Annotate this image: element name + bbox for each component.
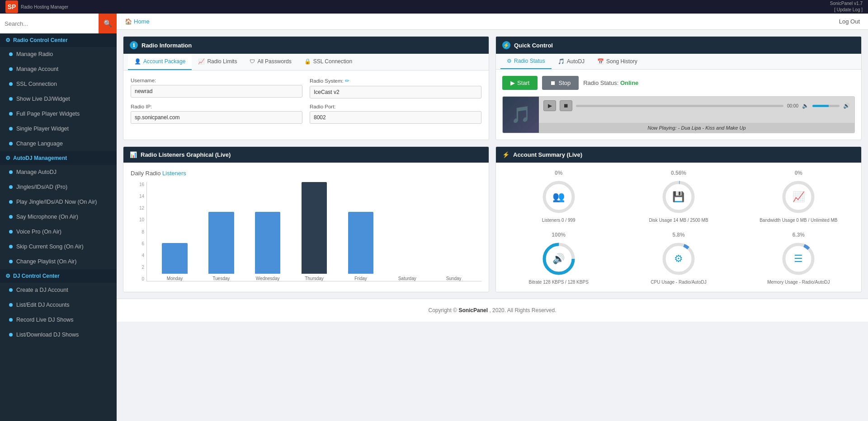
edit-radio-system-icon[interactable]: ✏: [345, 78, 349, 84]
donut-icon: 📈: [793, 191, 805, 203]
radio-limits-icon: 📈: [198, 58, 205, 65]
bar-group: Saturday: [384, 182, 430, 281]
now-playing: Now Playing: - Dua Lipa - Kiss and Make …: [539, 123, 854, 133]
radio-port-input[interactable]: [310, 111, 481, 124]
all-passwords-icon: 🛡: [250, 58, 255, 65]
dot-icon: [9, 127, 13, 131]
sidebar: 🔍 ⚙ Radio Control Center Manage Radio Ma…: [0, 14, 117, 421]
sidebar-item-jingles[interactable]: Jingles/IDs/AD (Pro): [0, 180, 117, 195]
tab-song-history[interactable]: 📅 Song History: [591, 54, 644, 69]
chart-bar: [255, 212, 281, 274]
start-button[interactable]: ▶ Start: [502, 76, 538, 90]
donut-wrap: 👥: [541, 179, 577, 215]
dot-icon: [9, 200, 13, 204]
radio-port-label: Radio Port:: [310, 104, 481, 109]
main-layout: 🔍 ⚙ Radio Control Center Manage Radio Ma…: [0, 14, 868, 421]
progress-bar[interactable]: [576, 105, 783, 107]
bar-label: Sunday: [446, 276, 462, 281]
radio-info-panel: ℹ Radio Information 👤 Account Package 📈 …: [123, 36, 489, 140]
sidebar-item-change-language[interactable]: Change Language: [0, 136, 117, 151]
bar-label: Monday: [167, 276, 183, 281]
summary-item: 6.3%☰Memory Usage - Radio/AutoDJ: [743, 232, 854, 285]
stop-button[interactable]: ⏹ Stop: [542, 76, 579, 90]
sidebar-item-manage-account[interactable]: Manage Account: [0, 62, 117, 77]
footer: Copyright © SonicPanel , 2020. All Right…: [117, 299, 868, 322]
radio-system-input[interactable]: [310, 86, 481, 98]
donut-icon: ⚙: [674, 253, 683, 265]
dot-icon: [9, 170, 13, 174]
bar-label: Thursday: [305, 276, 324, 281]
dot-icon: [9, 82, 13, 86]
summary-body: 0%👥Listeners 0 / 9990.56%💾Disk Usage 14 …: [496, 163, 861, 292]
top-bar: SP Radio Hosting Manager SonicPanel v1.7…: [0, 0, 868, 14]
bar-group: Tuesday: [198, 182, 245, 281]
sidebar-item-create-dj[interactable]: Create a DJ Account: [0, 283, 117, 298]
tab-radio-status[interactable]: ⚙ Radio Status: [500, 54, 552, 69]
search-input[interactable]: [0, 14, 99, 33]
dot-icon: [9, 185, 13, 189]
bar-group: Thursday: [291, 182, 338, 281]
sidebar-section-autodj: ⚙ AutoDJ Management: [0, 151, 117, 165]
player-buttons: ▶ ⏹: [543, 100, 572, 111]
sidebar-item-play-jingle[interactable]: Play Jingle/IDs/AD Now (On Air): [0, 195, 117, 210]
ctrl-buttons: ▶ Start ⏹ Stop Radio Status: Online: [502, 76, 855, 90]
summary-item: 0.56%💾Disk Usage 14 MB / 2500 MB: [623, 170, 734, 223]
sidebar-item-manage-autodj[interactable]: Manage AutoDJ: [0, 165, 117, 180]
tab-account-package[interactable]: 👤 Account Package: [128, 54, 192, 70]
username-input[interactable]: [131, 85, 302, 98]
main-content: 🏠 Home Log Out ℹ Radio Information 👤 Acc…: [117, 14, 868, 421]
sidebar-item-voice-pro[interactable]: Voice Pro (On Air): [0, 225, 117, 239]
summary-pct: 100%: [552, 232, 566, 238]
sidebar-item-ssl-connection[interactable]: SSL Connection: [0, 77, 117, 92]
stop-player-button[interactable]: ⏹: [560, 100, 572, 111]
play-button[interactable]: ▶: [543, 100, 556, 111]
app-subtitle: Radio Hosting Manager: [21, 5, 68, 9]
chart-bar: [162, 243, 188, 274]
dot-icon: [9, 112, 13, 116]
bar-group: Sunday: [430, 182, 477, 281]
sidebar-item-list-edit-dj[interactable]: List/Edit DJ Accounts: [0, 298, 117, 313]
player-area: 🎵 ▶ ⏹ 00:00: [502, 96, 855, 133]
logout-button[interactable]: Log Out: [839, 18, 860, 25]
donut-icon: ☰: [794, 253, 803, 265]
search-button[interactable]: 🔍: [99, 14, 117, 33]
summary-item: 0%📈Bandwidth Usage 0 MB / Unlimited MB: [743, 170, 854, 223]
summary-item: 100%🔊Bitrate 128 KBPS / 128 KBPS: [503, 232, 614, 285]
home-label: Home: [134, 18, 150, 25]
sidebar-section-radio-control: ⚙ Radio Control Center: [0, 33, 117, 47]
sidebar-item-record-dj[interactable]: Record Live DJ Shows: [0, 313, 117, 327]
tab-all-passwords[interactable]: 🛡 All Passwords: [243, 54, 297, 70]
sidebar-item-change-playlist[interactable]: Change Playlist (On Air): [0, 254, 117, 269]
chart-bar: [302, 182, 327, 274]
radio-info-tabs: 👤 Account Package 📈 Radio Limits 🛡 All P…: [123, 54, 489, 70]
quick-ctrl-body: ▶ Start ⏹ Stop Radio Status: Online: [496, 70, 861, 140]
radio-ip-label: Radio IP:: [131, 104, 302, 109]
summary-pct: 5.8%: [672, 232, 684, 238]
radio-info-header: ℹ Radio Information: [123, 37, 489, 54]
autodj-tab-icon: 🎵: [558, 58, 565, 65]
sidebar-item-say-microphone[interactable]: Say Microphone (On Air): [0, 210, 117, 225]
autodj-icon: ⚙: [5, 155, 10, 161]
dot-icon: [9, 333, 13, 337]
tab-ssl-connection[interactable]: 🔒 SSL Connection: [298, 54, 359, 70]
sidebar-item-manage-radio[interactable]: Manage Radio: [0, 47, 117, 62]
volume-bar[interactable]: [812, 105, 840, 107]
sidebar-item-list-download-dj[interactable]: List/Download DJ Shows: [0, 327, 117, 342]
sidebar-item-single-player[interactable]: Single Player Widget: [0, 122, 117, 136]
dot-icon: [9, 67, 13, 71]
sidebar-item-show-live-dj[interactable]: Show Live DJ/Widget: [0, 92, 117, 107]
summary-item: 0%👥Listeners 0 / 999: [503, 170, 614, 223]
app-logo: SP Radio Hosting Manager: [5, 0, 68, 13]
donut-wrap: 🔊: [541, 241, 577, 277]
listeners-chart-panel: 📊 Radio Listeners Graphical (Live) Daily…: [123, 146, 489, 292]
radio-ip-input[interactable]: [131, 111, 302, 124]
home-icon: 🏠: [125, 18, 132, 25]
player-thumbnail: 🎵: [503, 97, 539, 133]
sidebar-item-skip-current[interactable]: Skip Current Song (On Air): [0, 239, 117, 254]
tab-autodj[interactable]: 🎵 AutoDJ: [552, 54, 591, 69]
sidebar-item-full-page-player[interactable]: Full Page Player Widgets: [0, 107, 117, 122]
ssl-icon: 🔒: [304, 58, 311, 65]
tab-radio-limits[interactable]: 📈 Radio Limits: [192, 54, 243, 70]
start-icon: ▶: [510, 80, 515, 86]
dot-icon: [9, 230, 13, 234]
